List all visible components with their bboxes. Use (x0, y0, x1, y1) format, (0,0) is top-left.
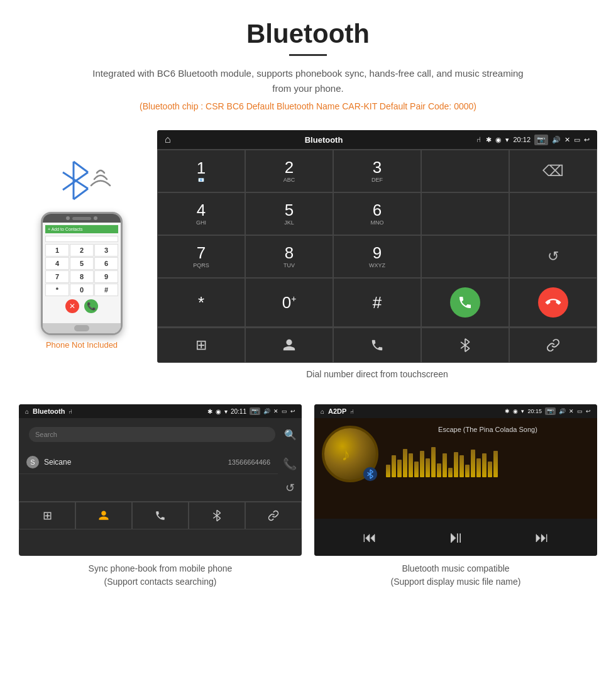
dial-bottom-phone-icon[interactable] (333, 328, 421, 363)
phone-home-button[interactable] (74, 325, 89, 331)
phone-key-6[interactable]: 6 (94, 257, 118, 270)
pb-bottom-bluetooth-icon[interactable] (189, 502, 245, 529)
dial-bottom-bluetooth-icon[interactable] (421, 328, 509, 363)
phone-key-1[interactable]: 1 (45, 244, 69, 257)
music-bar-11 (448, 468, 453, 477)
dial-bottom-contacts-icon[interactable] (245, 328, 333, 363)
phone-key-star[interactable]: * (45, 284, 69, 296)
music-bar-15 (471, 450, 475, 477)
pb-status-right: ✱ ◉ ▾ 20:11 📷 🔊 ✕ ▭ ↩ (207, 407, 295, 415)
dial-caption: Dial number direct from touchscreen (157, 369, 597, 379)
dial-key-4[interactable]: 4 GHI (157, 192, 245, 235)
svg-line-1 (74, 162, 88, 172)
pb-bottom-contacts-icon[interactable] (75, 502, 132, 529)
bottom-section: ⌂ Bluetooth ⑁ ✱ ◉ ▾ 20:11 📷 🔊 ✕ ▭ ↩ (0, 404, 616, 589)
dial-usb-icon: ⑁ (476, 135, 481, 144)
phone-key-5[interactable]: 5 (70, 257, 94, 270)
dial-close-icon[interactable]: ✕ (564, 136, 570, 144)
music-back-icon[interactable]: ↩ (586, 408, 591, 414)
dial-call-end-btn[interactable] (509, 278, 597, 327)
phone-key-3[interactable]: 3 (94, 244, 118, 257)
pb-search-input[interactable]: Search (29, 427, 275, 442)
music-visualizer (386, 440, 590, 477)
music-status-bar: ⌂ A2DP ⑁ ✱ ◉ ▾ 20:15 📷 🔊 ✕ ▭ ↩ (314, 404, 597, 418)
dial-bottom-grid-icon[interactable]: ⊞ (157, 328, 245, 363)
music-window-icon[interactable]: ▭ (577, 408, 583, 414)
page-header: Bluetooth Integrated with BC6 Bluetooth … (0, 0, 616, 130)
music-bt-badge (363, 467, 377, 481)
dial-key-hash[interactable]: # (333, 278, 421, 327)
phone-key-0[interactable]: 0 (70, 284, 94, 296)
pb-bottom-link-icon[interactable] (245, 502, 302, 529)
dial-home-icon[interactable]: ⌂ (165, 134, 171, 145)
pb-right-phone-icon[interactable]: 📞 (283, 457, 297, 471)
music-caption-line1: Bluetooth music compatible (402, 563, 509, 573)
pb-home-icon[interactable]: ⌂ (25, 408, 29, 415)
bluetooth-icon-area (50, 155, 113, 206)
music-bar-17 (482, 453, 487, 477)
phone-key-7[interactable]: 7 (45, 270, 69, 283)
pb-bottom-phone-icon[interactable] (132, 502, 189, 529)
phone-end-call-btn[interactable]: ✕ (65, 299, 79, 313)
music-bar-6 (420, 451, 424, 477)
music-bar-4 (409, 453, 413, 477)
phone-call-btn[interactable]: 📞 (84, 299, 98, 313)
pb-close-icon[interactable]: ✕ (273, 408, 278, 414)
phone-key-9[interactable]: 9 (94, 270, 118, 283)
dial-key-star[interactable]: * (157, 278, 245, 327)
dial-screen-title: Bluetooth (176, 135, 472, 145)
music-home-icon[interactable]: ⌂ (321, 408, 324, 415)
dial-call-green-btn[interactable] (421, 278, 509, 327)
pb-back-icon[interactable]: ↩ (290, 408, 295, 414)
dial-back-icon[interactable]: ↩ (584, 136, 590, 144)
phone-display (45, 236, 118, 242)
music-next-btn[interactable]: ⏭ (535, 529, 549, 546)
pb-volume-icon[interactable]: 🔊 (263, 408, 270, 414)
music-location-icon: ◉ (513, 408, 518, 414)
phone-add-contact-btn[interactable]: + Add to Contacts (48, 227, 82, 231)
music-camera-icon[interactable]: 📷 (545, 407, 556, 415)
music-prev-btn[interactable]: ⏮ (363, 529, 377, 546)
pb-bottom-grid-icon[interactable]: ⊞ (19, 502, 75, 529)
music-bar-18 (488, 462, 492, 477)
dial-key-9[interactable]: 9 WXYZ (333, 235, 421, 278)
music-volume-icon[interactable]: 🔊 (559, 408, 566, 414)
music-title: A2DP (328, 407, 346, 415)
music-caption: Bluetooth music compatible (Support disp… (314, 562, 597, 589)
music-bar-9 (437, 463, 441, 477)
dial-section: ⌂ Bluetooth ⑁ ✱ ◉ ▾ 20:12 📷 🔊 ✕ ▭ ↩ (157, 130, 597, 392)
pb-search-row: Search 🔍 (19, 418, 302, 451)
dial-refresh-btn[interactable]: ↺ (509, 235, 597, 278)
pb-camera-icon[interactable]: 📷 (250, 407, 260, 415)
dial-volume-icon[interactable]: 🔊 (552, 136, 561, 144)
dial-backspace-btn[interactable]: ⌫ (509, 150, 597, 192)
dial-key-5[interactable]: 5 JKL (245, 192, 333, 235)
music-bluetooth-icon: ✱ (505, 408, 510, 414)
dial-key-0[interactable]: 0+ (245, 278, 333, 327)
phone-key-2[interactable]: 2 (70, 244, 94, 257)
dial-key-3[interactable]: 3 DEF (333, 150, 421, 192)
phonebook-caption-line2: (Support contacts searching) (104, 577, 217, 587)
dial-window-icon[interactable]: ▭ (574, 136, 580, 144)
dial-key-8[interactable]: 8 TUV (245, 235, 333, 278)
dial-camera-icon[interactable]: 📷 (534, 135, 548, 145)
pb-search-icon[interactable]: 🔍 (284, 429, 297, 441)
dial-key-6[interactable]: 6 MNO (333, 192, 421, 235)
pb-right-refresh-icon[interactable]: ↺ (285, 481, 295, 495)
phone-key-hash[interactable]: # (94, 284, 118, 296)
phone-key-8[interactable]: 8 (70, 270, 94, 283)
dial-key-2[interactable]: 2 ABC (245, 150, 333, 192)
pb-location-icon: ◉ (216, 408, 221, 415)
pb-contact-row[interactable]: S Seicane 13566664466 (19, 451, 278, 474)
dial-key-7[interactable]: 7 PQRS (157, 235, 245, 278)
dial-key-1[interactable]: 1 📧 (157, 150, 245, 192)
music-main-area: ♪ Es (314, 418, 597, 519)
music-time: 20:15 (527, 408, 542, 414)
music-bar-2 (397, 460, 402, 477)
music-play-pause-btn[interactable]: ⏯ (448, 528, 464, 547)
phone-key-4[interactable]: 4 (45, 257, 69, 270)
dial-status-icons: ✱ ◉ ▾ 20:12 📷 🔊 ✕ ▭ ↩ (486, 135, 590, 145)
dial-bottom-link-icon[interactable] (509, 328, 597, 363)
pb-window-icon[interactable]: ▭ (282, 408, 287, 414)
music-close-icon[interactable]: ✕ (569, 408, 574, 414)
